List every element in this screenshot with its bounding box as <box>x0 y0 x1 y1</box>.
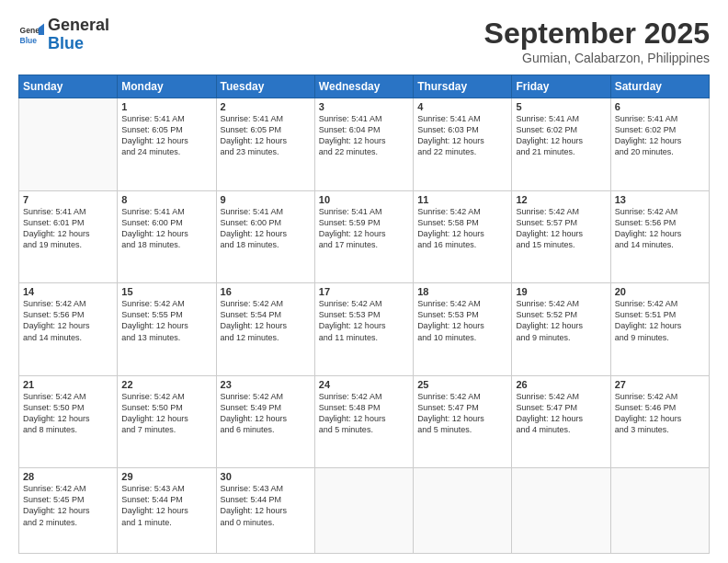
day-info: Sunrise: 5:42 AM Sunset: 5:58 PM Dayligh… <box>417 206 507 251</box>
day-number: 26 <box>516 379 606 390</box>
calendar-cell: 9Sunrise: 5:41 AM Sunset: 6:00 PM Daylig… <box>216 190 314 283</box>
day-info: Sunrise: 5:42 AM Sunset: 5:55 PM Dayligh… <box>121 298 211 343</box>
day-number: 13 <box>615 194 705 205</box>
day-info: Sunrise: 5:41 AM Sunset: 6:00 PM Dayligh… <box>121 206 211 251</box>
day-info: Sunrise: 5:41 AM Sunset: 6:03 PM Dayligh… <box>417 113 507 158</box>
weekday-header-thursday: Thursday <box>414 75 512 98</box>
location-subtitle: Gumian, Calabarzon, Philippines <box>484 51 710 65</box>
day-number: 5 <box>516 101 606 112</box>
day-info: Sunrise: 5:42 AM Sunset: 5:50 PM Dayligh… <box>23 391 113 436</box>
day-info: Sunrise: 5:43 AM Sunset: 5:44 PM Dayligh… <box>121 483 211 528</box>
day-info: Sunrise: 5:41 AM Sunset: 6:04 PM Dayligh… <box>319 113 409 158</box>
calendar-cell: 24Sunrise: 5:42 AM Sunset: 5:48 PM Dayli… <box>314 375 413 468</box>
calendar-cell: 1Sunrise: 5:41 AM Sunset: 6:05 PM Daylig… <box>118 98 216 191</box>
weekday-header-friday: Friday <box>512 75 610 98</box>
calendar-cell: 7Sunrise: 5:41 AM Sunset: 6:01 PM Daylig… <box>19 190 118 283</box>
calendar-cell: 5Sunrise: 5:41 AM Sunset: 6:02 PM Daylig… <box>512 98 610 191</box>
calendar-week-5: 28Sunrise: 5:42 AM Sunset: 5:45 PM Dayli… <box>19 468 710 554</box>
day-info: Sunrise: 5:42 AM Sunset: 5:57 PM Dayligh… <box>516 206 606 251</box>
day-number: 8 <box>121 194 211 205</box>
day-number: 29 <box>121 471 211 482</box>
day-number: 18 <box>417 286 507 297</box>
calendar-cell: 2Sunrise: 5:41 AM Sunset: 6:05 PM Daylig… <box>216 98 314 191</box>
day-info: Sunrise: 5:42 AM Sunset: 5:47 PM Dayligh… <box>417 391 507 436</box>
weekday-header-saturday: Saturday <box>610 75 709 98</box>
day-info: Sunrise: 5:42 AM Sunset: 5:54 PM Dayligh… <box>221 298 311 343</box>
day-number: 20 <box>615 286 705 297</box>
day-number: 23 <box>221 379 311 390</box>
calendar-cell: 26Sunrise: 5:42 AM Sunset: 5:47 PM Dayli… <box>512 375 610 468</box>
calendar-cell: 21Sunrise: 5:42 AM Sunset: 5:50 PM Dayli… <box>19 375 118 468</box>
day-number: 16 <box>221 286 311 297</box>
day-number: 24 <box>319 379 409 390</box>
calendar-cell: 4Sunrise: 5:41 AM Sunset: 6:03 PM Daylig… <box>414 98 512 191</box>
calendar-cell: 13Sunrise: 5:42 AM Sunset: 5:56 PM Dayli… <box>610 190 709 283</box>
day-number: 9 <box>221 194 311 205</box>
day-number: 11 <box>417 194 507 205</box>
day-info: Sunrise: 5:41 AM Sunset: 6:05 PM Dayligh… <box>121 113 211 158</box>
calendar-cell: 17Sunrise: 5:42 AM Sunset: 5:53 PM Dayli… <box>314 283 413 376</box>
calendar-cell: 29Sunrise: 5:43 AM Sunset: 5:44 PM Dayli… <box>118 468 216 554</box>
calendar-cell: 28Sunrise: 5:42 AM Sunset: 5:45 PM Dayli… <box>19 468 118 554</box>
day-number: 12 <box>516 194 606 205</box>
month-title: September 2025 <box>484 17 710 51</box>
calendar-week-4: 21Sunrise: 5:42 AM Sunset: 5:50 PM Dayli… <box>19 375 710 468</box>
day-info: Sunrise: 5:42 AM Sunset: 5:51 PM Dayligh… <box>615 298 705 343</box>
day-info: Sunrise: 5:41 AM Sunset: 6:02 PM Dayligh… <box>615 113 705 158</box>
day-info: Sunrise: 5:42 AM Sunset: 5:53 PM Dayligh… <box>417 298 507 343</box>
calendar-cell: 10Sunrise: 5:41 AM Sunset: 5:59 PM Dayli… <box>314 190 413 283</box>
day-info: Sunrise: 5:42 AM Sunset: 5:46 PM Dayligh… <box>615 391 705 436</box>
day-number: 10 <box>319 194 409 205</box>
day-info: Sunrise: 5:42 AM Sunset: 5:47 PM Dayligh… <box>516 391 606 436</box>
calendar-cell: 14Sunrise: 5:42 AM Sunset: 5:56 PM Dayli… <box>19 283 118 376</box>
logo-icon: General Blue <box>18 22 44 48</box>
day-number: 3 <box>319 101 409 112</box>
weekday-header-row: SundayMondayTuesdayWednesdayThursdayFrid… <box>19 75 710 98</box>
weekday-header-wednesday: Wednesday <box>314 75 413 98</box>
header: General Blue General Blue September 2025… <box>18 17 710 65</box>
day-number: 7 <box>23 194 113 205</box>
calendar-cell <box>414 468 512 554</box>
day-info: Sunrise: 5:41 AM Sunset: 6:05 PM Dayligh… <box>221 113 311 158</box>
day-number: 28 <box>23 471 113 482</box>
day-number: 22 <box>121 379 211 390</box>
day-info: Sunrise: 5:43 AM Sunset: 5:44 PM Dayligh… <box>221 483 311 528</box>
day-number: 1 <box>121 101 211 112</box>
calendar-cell: 3Sunrise: 5:41 AM Sunset: 6:04 PM Daylig… <box>314 98 413 191</box>
day-info: Sunrise: 5:42 AM Sunset: 5:56 PM Dayligh… <box>615 206 705 251</box>
calendar-cell: 20Sunrise: 5:42 AM Sunset: 5:51 PM Dayli… <box>610 283 709 376</box>
calendar-week-1: 1Sunrise: 5:41 AM Sunset: 6:05 PM Daylig… <box>19 98 710 191</box>
day-info: Sunrise: 5:41 AM Sunset: 5:59 PM Dayligh… <box>319 206 409 251</box>
day-number: 27 <box>615 379 705 390</box>
day-info: Sunrise: 5:41 AM Sunset: 6:02 PM Dayligh… <box>516 113 606 158</box>
day-number: 21 <box>23 379 113 390</box>
day-info: Sunrise: 5:42 AM Sunset: 5:52 PM Dayligh… <box>516 298 606 343</box>
day-number: 19 <box>516 286 606 297</box>
day-info: Sunrise: 5:42 AM Sunset: 5:56 PM Dayligh… <box>23 298 113 343</box>
calendar-cell: 12Sunrise: 5:42 AM Sunset: 5:57 PM Dayli… <box>512 190 610 283</box>
day-number: 17 <box>319 286 409 297</box>
calendar-cell <box>610 468 709 554</box>
calendar-cell: 19Sunrise: 5:42 AM Sunset: 5:52 PM Dayli… <box>512 283 610 376</box>
calendar-cell: 6Sunrise: 5:41 AM Sunset: 6:02 PM Daylig… <box>610 98 709 191</box>
day-number: 14 <box>23 286 113 297</box>
calendar-cell <box>512 468 610 554</box>
calendar-cell: 15Sunrise: 5:42 AM Sunset: 5:55 PM Dayli… <box>118 283 216 376</box>
day-number: 25 <box>417 379 507 390</box>
page: General Blue General Blue September 2025… <box>0 0 728 563</box>
calendar-cell: 23Sunrise: 5:42 AM Sunset: 5:49 PM Dayli… <box>216 375 314 468</box>
day-number: 4 <box>417 101 507 112</box>
calendar-table: SundayMondayTuesdayWednesdayThursdayFrid… <box>18 75 710 554</box>
calendar-cell: 18Sunrise: 5:42 AM Sunset: 5:53 PM Dayli… <box>414 283 512 376</box>
calendar-cell: 8Sunrise: 5:41 AM Sunset: 6:00 PM Daylig… <box>118 190 216 283</box>
calendar-cell: 16Sunrise: 5:42 AM Sunset: 5:54 PM Dayli… <box>216 283 314 376</box>
day-number: 2 <box>221 101 311 112</box>
calendar-cell: 22Sunrise: 5:42 AM Sunset: 5:50 PM Dayli… <box>118 375 216 468</box>
weekday-header-sunday: Sunday <box>19 75 118 98</box>
calendar-cell <box>19 98 118 191</box>
logo-line2: Blue <box>48 34 84 52</box>
logo-line1: General <box>48 17 109 35</box>
day-info: Sunrise: 5:41 AM Sunset: 6:01 PM Dayligh… <box>23 206 113 251</box>
day-info: Sunrise: 5:41 AM Sunset: 6:00 PM Dayligh… <box>221 206 311 251</box>
calendar-cell: 25Sunrise: 5:42 AM Sunset: 5:47 PM Dayli… <box>414 375 512 468</box>
